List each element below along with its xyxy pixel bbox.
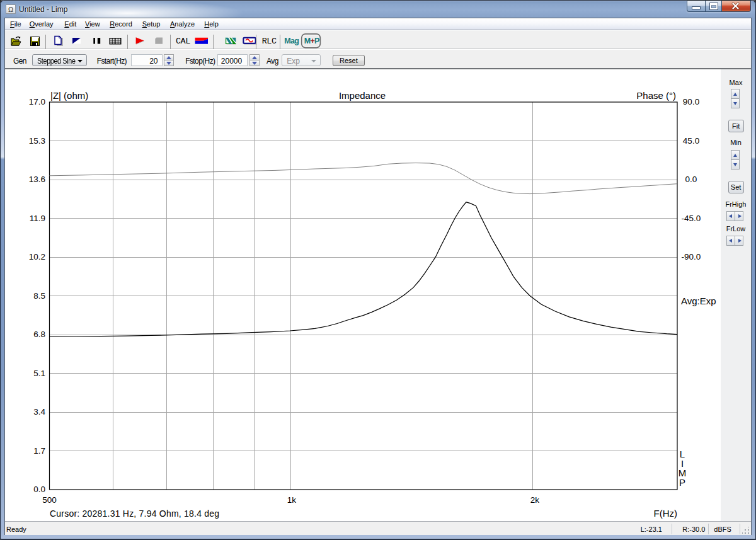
- svg-text:M+P: M+P: [304, 37, 319, 45]
- svg-text:Mag: Mag: [284, 37, 299, 45]
- svg-text:RLC: RLC: [262, 37, 277, 46]
- svg-text:CAL: CAL: [176, 37, 190, 46]
